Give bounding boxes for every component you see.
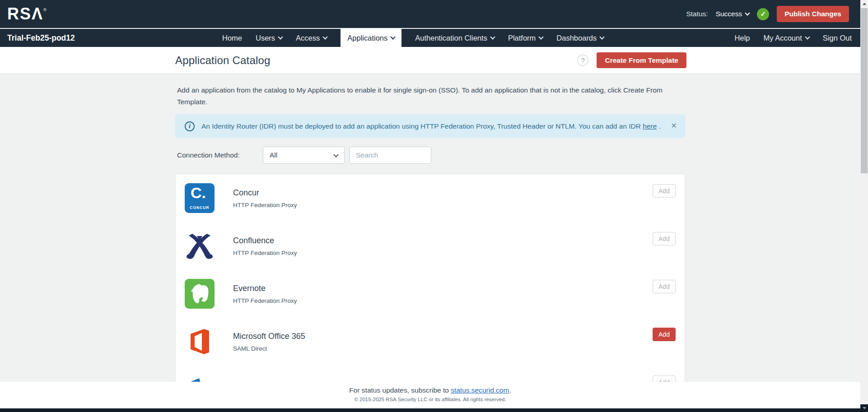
microsoft-office-365-logo-icon (185, 327, 215, 356)
evernote-logo-icon (185, 279, 215, 309)
add-concur-button[interactable]: Add (653, 184, 676, 198)
nav-item-sign-out[interactable]: Sign Out (823, 29, 852, 47)
add-microsoft-office-365-button[interactable]: Add (653, 328, 676, 341)
app-name: Confluence (233, 236, 297, 245)
chevron-down-icon (323, 34, 328, 39)
add-confluence-button[interactable]: Add (653, 232, 676, 245)
bottom-edge-bar (0, 408, 868, 412)
connection-method-label: Connection Method: (177, 151, 240, 159)
app-connection-method: HTTP Federation Proxy (233, 202, 297, 209)
chevron-down-icon (391, 34, 396, 39)
copyright-text: © 2015-2025 RSA Security LLC or its affi… (0, 397, 860, 402)
status-label: Status: (686, 10, 708, 18)
app-connection-method: SAML Direct (233, 345, 305, 352)
scrollbar-up-arrow-icon[interactable] (860, 0, 868, 8)
connection-method-select[interactable]: All (263, 147, 345, 164)
create-from-template-button[interactable]: Create From Template (597, 52, 686, 68)
status-value: Success (716, 10, 742, 18)
main-nav-bar: Trial-Feb25-pod12 Home Users Access Appl… (0, 29, 868, 47)
nav-item-access[interactable]: Access (296, 29, 327, 47)
chevron-down-icon (278, 34, 283, 39)
app-row-office365: Microsoft Office 365 SAML Direct Add (185, 327, 676, 356)
app-info: Microsoft Office 365 SAML Direct (233, 327, 305, 356)
nav-menu: Home Users Access Applications Authentic… (222, 29, 604, 47)
filter-row: Connection Method: All (177, 147, 240, 164)
content-area: Add an application from the catalog to M… (0, 74, 868, 412)
app-name: Microsoft Office 365 (233, 331, 305, 341)
app-connection-method: HTTP Federation Proxy (233, 297, 297, 305)
nav-item-dashboards[interactable]: Dashboards (556, 29, 604, 47)
rsa-logo-text: RSΛ (7, 5, 43, 23)
chevron-down-icon (600, 34, 605, 39)
concur-logo-icon: C. CONCUR (185, 183, 215, 213)
app-name: Concur (233, 188, 297, 198)
nav-item-home[interactable]: Home (222, 29, 242, 47)
rsa-logo-trademark: ® (43, 8, 47, 12)
success-check-icon: ✓ (757, 8, 769, 20)
app-row-confluence: Confluence HTTP Federation Proxy Add (185, 231, 676, 261)
add-idr-here-link[interactable]: here (643, 122, 657, 130)
nav-item-my-account[interactable]: My Account (763, 29, 809, 47)
chevron-down-icon (333, 152, 338, 157)
scrollbar-thumb[interactable] (861, 8, 868, 173)
rsa-logo: RSΛ® (7, 6, 47, 22)
vertical-scrollbar[interactable] (860, 0, 868, 412)
app-row-concur: C. CONCUR Concur HTTP Federation Proxy A… (185, 183, 676, 213)
page-title-bar: Application Catalog ? Create From Templa… (0, 47, 868, 74)
nav-item-authentication-clients[interactable]: Authentication Clients (415, 29, 495, 47)
app-info: Concur HTTP Federation Proxy (233, 183, 297, 213)
status-dropdown[interactable]: Success (716, 10, 750, 18)
app-info: Confluence HTTP Federation Proxy (233, 231, 297, 261)
help-icon[interactable]: ? (577, 55, 588, 66)
status-securid-link[interactable]: status.securid.com (451, 386, 509, 394)
nav-item-users[interactable]: Users (256, 29, 282, 47)
chevron-down-icon (745, 10, 750, 15)
nav-right-menu: Help My Account Sign Out (735, 29, 852, 47)
nav-item-applications[interactable]: Applications (341, 29, 401, 47)
app-connection-method: HTTP Federation Proxy (233, 250, 297, 257)
chevron-down-icon (490, 34, 495, 39)
chevron-down-icon (539, 34, 544, 39)
publish-changes-button[interactable]: Publish Changes (777, 6, 849, 22)
tenant-name: Trial-Feb25-pod12 (7, 29, 75, 47)
topbar-right-group: Status: Success ✓ Publish Changes (686, 6, 849, 22)
application-catalog-list: C. CONCUR Concur HTTP Federation Proxy A… (175, 174, 685, 412)
banner-text: An Identity Router (IDR) must be deploye… (201, 122, 661, 130)
add-evernote-button[interactable]: Add (653, 280, 676, 293)
page-title: Application Catalog (175, 54, 271, 67)
confluence-logo-icon (185, 231, 215, 261)
app-row-evernote: Evernote HTTP Federation Proxy Add (185, 279, 676, 309)
rsa-admin-console: RSΛ® Status: Success ✓ Publish Changes T… (0, 0, 868, 412)
footer-status-line: For status updates, subscribe to status.… (0, 386, 860, 394)
app-info: Evernote HTTP Federation Proxy (233, 279, 297, 309)
scrollbar-down-arrow-icon[interactable] (860, 404, 868, 412)
page-description: Add an application from the catalog to M… (177, 84, 672, 108)
chevron-down-icon (805, 34, 810, 39)
title-actions: ? Create From Template (577, 52, 686, 68)
nav-item-help[interactable]: Help (735, 29, 750, 47)
idr-info-banner: i An Identity Router (IDR) must be deplo… (175, 114, 685, 138)
status-footer: For status updates, subscribe to status.… (0, 382, 860, 408)
app-name: Evernote (233, 283, 297, 293)
search-input[interactable] (350, 147, 431, 164)
nav-item-platform[interactable]: Platform (508, 29, 543, 47)
banner-close-icon[interactable]: ✕ (671, 121, 677, 130)
info-icon: i (185, 121, 195, 131)
top-header-bar: RSΛ® Status: Success ✓ Publish Changes (0, 0, 868, 28)
